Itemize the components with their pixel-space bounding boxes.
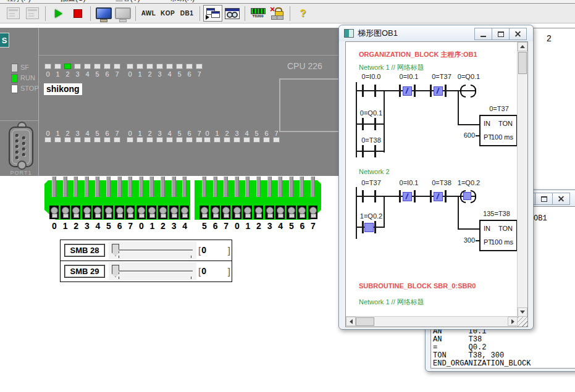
- help-button[interactable]: ?: [293, 5, 313, 22]
- io-led-number: 0: [127, 130, 133, 137]
- terminal-lamp: [243, 206, 252, 219]
- scroll-up-button[interactable]: [518, 42, 527, 51]
- switch-lever[interactable]: [73, 177, 78, 197]
- input-switch[interactable]: 0: [232, 177, 242, 236]
- lamp-base: [52, 214, 57, 218]
- switch-lever[interactable]: [149, 177, 154, 197]
- input-switch[interactable]: 5: [104, 177, 114, 236]
- input-switch[interactable]: 3: [265, 177, 275, 236]
- switch-lever[interactable]: [117, 177, 122, 197]
- input-switch[interactable]: 6: [115, 177, 125, 236]
- scroll-right-button[interactable]: [508, 317, 518, 326]
- switch-lever[interactable]: [256, 177, 261, 197]
- ladder-canvas: ORGANIZATION_BLOCK 主程序:OB1 Network 1 // …: [346, 43, 517, 316]
- switch-lever[interactable]: [267, 177, 272, 197]
- input-switch[interactable]: 0: [136, 177, 146, 236]
- switch-lever[interactable]: [52, 177, 56, 197]
- kop-view-button[interactable]: KOP: [158, 5, 177, 22]
- switch-lever[interactable]: [172, 177, 176, 197]
- switch-lever[interactable]: [245, 177, 250, 197]
- lamp-base: [224, 214, 229, 218]
- load-db1-button[interactable]: [23, 5, 42, 22]
- input-switch[interactable]: 7: [125, 177, 135, 236]
- input-switch[interactable]: 5: [287, 177, 296, 236]
- switch-number: 3: [169, 221, 179, 231]
- switch-lever[interactable]: [202, 177, 206, 197]
- input-switch[interactable]: 5: [199, 177, 209, 236]
- switch-lever[interactable]: [139, 177, 143, 197]
- close-button[interactable]: [509, 28, 527, 40]
- switch-lever[interactable]: [300, 177, 304, 197]
- simulator-logo: S: [0, 33, 9, 48]
- resize-grip[interactable]: [518, 317, 527, 327]
- switch-lever[interactable]: [278, 177, 282, 197]
- input-switch[interactable]: 2: [254, 177, 264, 236]
- slider-tick: [119, 256, 119, 258]
- input-switch[interactable]: 4: [93, 177, 103, 236]
- scroll-down-button[interactable]: [518, 307, 527, 317]
- program-windows-button[interactable]: [203, 5, 222, 22]
- pt-value: 300: [456, 236, 475, 244]
- switch-lever[interactable]: [85, 177, 89, 197]
- load-awl-button[interactable]: [4, 5, 23, 22]
- scroll-left-button[interactable]: [346, 317, 356, 326]
- io-led: [233, 137, 240, 143]
- switch-lever[interactable]: [95, 177, 99, 197]
- scrollbar-thumb[interactable]: [356, 317, 374, 326]
- switch-lever[interactable]: [161, 177, 165, 197]
- serial-port-connector: PORT1: [9, 122, 33, 178]
- input-switch[interactable]: 1: [243, 177, 253, 236]
- db1-view-button[interactable]: DB1: [177, 5, 196, 22]
- stop-button[interactable]: [68, 5, 87, 22]
- switch-lever[interactable]: [235, 177, 239, 197]
- run-button[interactable]: [49, 5, 68, 22]
- input-switch[interactable]: 1: [147, 177, 157, 236]
- scrollbar-thumb[interactable]: [518, 52, 527, 74]
- io-led-number: 3: [233, 130, 240, 137]
- input-switch[interactable]: 2: [158, 177, 168, 236]
- switch-lever[interactable]: [128, 177, 132, 197]
- lock-button[interactable]: ✕: [267, 5, 287, 22]
- awl-view-button[interactable]: AWL: [139, 5, 158, 22]
- vertical-scrollbar[interactable]: [517, 42, 527, 317]
- monitor-off-button[interactable]: [113, 5, 132, 22]
- switch-lever[interactable]: [106, 177, 111, 197]
- maximize-button[interactable]: [535, 193, 553, 205]
- input-switch[interactable]: 7: [308, 177, 318, 236]
- smb28-slider[interactable]: [109, 241, 196, 259]
- input-switch[interactable]: 0: [49, 177, 59, 236]
- input-switch[interactable]: 3: [82, 177, 92, 236]
- slider-track[interactable]: [119, 270, 193, 272]
- input-switch[interactable]: 4: [275, 177, 285, 236]
- switch-lever[interactable]: [182, 177, 187, 197]
- minimize-button[interactable]: [474, 28, 492, 40]
- watch-window-button[interactable]: [222, 5, 241, 22]
- switch-lever[interactable]: [63, 177, 67, 197]
- switch-lever[interactable]: [213, 177, 217, 197]
- switch-lever[interactable]: [224, 177, 228, 197]
- input-switch[interactable]: 3: [169, 177, 179, 236]
- io-led-number: 7: [196, 130, 203, 137]
- close-button[interactable]: [552, 193, 570, 205]
- monitor-on-button[interactable]: [94, 5, 113, 22]
- input-switch[interactable]: 2: [71, 177, 81, 236]
- switch-lever[interactable]: [289, 177, 293, 197]
- coil-icon: [471, 190, 476, 203]
- lamp-base: [117, 214, 123, 218]
- input-switch[interactable]: 6: [211, 177, 220, 236]
- switch-lever[interactable]: [311, 177, 315, 197]
- td200-button[interactable]: TD200: [248, 5, 267, 22]
- monitor-gray-icon: [115, 7, 131, 19]
- branch-wire: [356, 151, 384, 152]
- slider-track[interactable]: [119, 249, 193, 251]
- maximize-button[interactable]: [492, 28, 510, 40]
- lamp-base: [278, 214, 283, 218]
- terminal-lamp: [115, 206, 124, 219]
- horizontal-scrollbar[interactable]: [346, 316, 518, 327]
- cpu-label: CPU 226: [287, 61, 322, 71]
- input-switch[interactable]: 1: [61, 177, 70, 236]
- input-switch[interactable]: 6: [297, 177, 307, 236]
- input-switch[interactable]: 4: [180, 177, 190, 236]
- smb29-slider[interactable]: [109, 262, 196, 280]
- input-switch[interactable]: 7: [221, 177, 231, 236]
